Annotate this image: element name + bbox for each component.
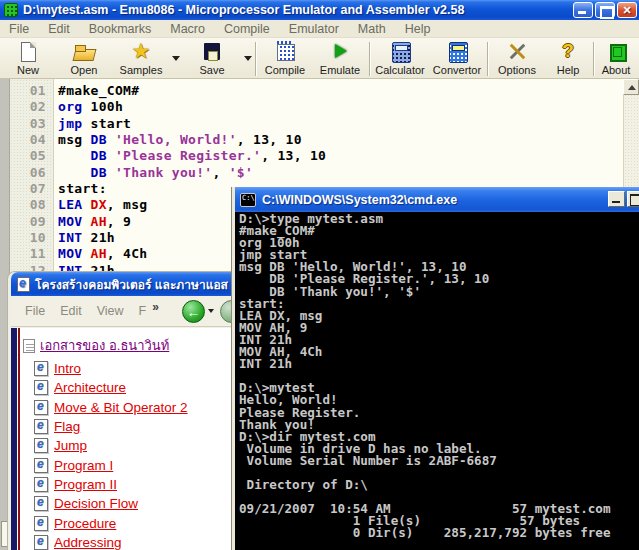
emu-menu-help[interactable]: Help <box>405 22 431 36</box>
emu-menu-emulator[interactable]: Emulator <box>289 22 339 36</box>
chip-icon <box>604 40 628 63</box>
question-icon <box>556 40 580 63</box>
ie-page-icon <box>34 419 48 434</box>
editor-line: 01#make_COM# <box>0 83 600 99</box>
open-folder-icon <box>72 40 96 63</box>
emu-menu-compile[interactable]: Compile <box>224 22 270 36</box>
ie-menu-edit[interactable]: Edit <box>60 304 82 318</box>
line-code: org 100h <box>58 99 123 115</box>
minimize-button[interactable] <box>573 2 593 18</box>
toolbar-emulate-button[interactable]: Emulate <box>312 39 368 78</box>
line-code: DB 'Thank you!', '$' <box>58 165 253 181</box>
line-code: start: <box>58 181 107 197</box>
doc-link-architecture[interactable]: Architecture <box>54 380 126 395</box>
doc-link-jump[interactable]: Jump <box>54 438 87 453</box>
toolbar-save-button[interactable]: Save <box>182 39 242 78</box>
ie-menu-items: FileEditViewF <box>25 304 146 318</box>
toolbar-open-button[interactable]: Open <box>56 39 112 78</box>
scroll-up-arrow-icon[interactable] <box>623 79 639 95</box>
play-icon <box>328 40 352 63</box>
link-item: Decision Flow <box>34 494 240 513</box>
line-code: LEA DX, msg <box>58 197 147 213</box>
floppy-icon <box>200 40 224 63</box>
doc-link-addressing[interactable]: Addressing <box>54 535 122 550</box>
maximize-button[interactable] <box>595 2 615 18</box>
doc-link-flag[interactable]: Flag <box>54 419 80 434</box>
link-list: IntroArchitectureMove & Bit Operator 2Fl… <box>34 359 240 550</box>
doc-link-program-ii[interactable]: Program II <box>54 477 117 492</box>
doc-link-decision-flow[interactable]: Decision Flow <box>54 496 138 511</box>
doc-link-intro[interactable]: Intro <box>54 361 81 376</box>
ie-menu-f[interactable]: F <box>139 304 147 318</box>
ie-menu-view[interactable]: View <box>97 304 124 318</box>
toolbar-compile-button[interactable]: Compile <box>258 39 312 78</box>
ie-menu-file[interactable]: File <box>25 304 45 318</box>
header-link[interactable]: เอกสารของ อ.ธนาวินท์ <box>40 335 169 356</box>
line-code: jmp start <box>58 116 131 132</box>
compile-icon <box>273 40 297 63</box>
toolbar-label: New <box>0 64 56 76</box>
emu8086-app-icon <box>4 3 18 17</box>
link-item: Intro <box>34 359 240 378</box>
emu-menu-bookmarks[interactable]: Bookmarks <box>89 22 152 36</box>
ie-titlebar[interactable]: โครงสร้างคอมพิวเตอร์ และภาษาแอส <box>11 272 240 296</box>
link-item: Procedure <box>34 513 240 532</box>
emu-menu-edit[interactable]: Edit <box>48 22 70 36</box>
cmd-console-area[interactable]: D:\>type mytest.asm #make_COM# org 100h … <box>235 212 639 550</box>
line-number: 05 <box>12 148 46 164</box>
close-button[interactable] <box>617 2 637 18</box>
cmd-minimize-button[interactable] <box>608 191 625 207</box>
link-item: Program I <box>34 455 240 474</box>
cmd-output: D:\>type mytest.asm #make_COM# org 100h … <box>239 213 639 540</box>
emu-menu-macro[interactable]: Macro <box>170 22 205 36</box>
back-button[interactable] <box>182 300 205 323</box>
editor-line: 04msg DB 'Hello, World!', 13, 10 <box>0 132 600 148</box>
emu-menu-math[interactable]: Math <box>358 22 386 36</box>
chevron-more-icon[interactable]: » <box>152 300 159 314</box>
ie-page-icon <box>34 361 48 376</box>
link-item: Move & Bit Operator 2 <box>34 398 240 417</box>
line-number: 06 <box>12 165 46 181</box>
line-number: 07 <box>12 181 46 197</box>
calculator-icon <box>388 40 412 63</box>
ie-menubar: FileEditViewF » <box>11 296 240 327</box>
cmd-titlebar[interactable]: C:\WINDOWS\System32\cmd.exe <box>235 187 639 212</box>
toolbar-label: About <box>596 64 636 76</box>
dropdown-arrow-icon[interactable] <box>170 39 182 78</box>
toolbar-label: Emulate <box>312 64 368 76</box>
toolbar-convertor-button[interactable]: Convertor <box>428 39 486 78</box>
line-number: 02 <box>12 99 46 115</box>
toolbar-calculator-button[interactable]: Calculator <box>372 39 428 78</box>
ie-window: โครงสร้างคอมพิวเตอร์ และภาษาแอส FileEdit… <box>8 272 243 550</box>
editor-line: 03jmp start <box>0 116 600 132</box>
line-number: 11 <box>12 246 46 262</box>
convertor-icon <box>445 40 469 63</box>
ie-window-title: โครงสร้างคอมพิวเตอร์ และภาษาแอส <box>35 275 228 294</box>
doc-link-procedure[interactable]: Procedure <box>54 516 116 531</box>
toolbar-label: Open <box>56 64 112 76</box>
back-dropdown-arrow-icon[interactable] <box>208 309 214 313</box>
toolbar-help-button[interactable]: Help <box>544 39 592 78</box>
link-item: Jump <box>34 436 240 455</box>
emu-menu-file[interactable]: File <box>9 22 29 36</box>
cmd-maximize-button[interactable] <box>627 191 639 207</box>
line-number: 09 <box>12 214 46 230</box>
line-number: 01 <box>12 83 46 99</box>
doc-link-program-i[interactable]: Program I <box>54 458 113 473</box>
toolbar-options-button[interactable]: Options <box>490 39 544 78</box>
cmd-window: C:\WINDOWS\System32\cmd.exe D:\>type myt… <box>232 187 639 550</box>
toolbar-new-button[interactable]: New <box>0 39 56 78</box>
line-number: 10 <box>12 230 46 246</box>
emu-titlebar[interactable]: D:\mytest.asm - Emu8086 - Microprocessor… <box>0 0 639 20</box>
page-decoration-maroon-line <box>18 328 20 550</box>
toolbar-about-button[interactable]: About <box>596 39 636 78</box>
toolbar-label: Calculator <box>372 64 428 76</box>
toolbar-samples-button[interactable]: Samples <box>112 39 170 78</box>
ie-page-icon <box>34 438 48 453</box>
toolbar-label: Save <box>182 64 242 76</box>
doc-link-move-bit-operator-2[interactable]: Move & Bit Operator 2 <box>54 400 188 415</box>
dropdown-arrow-icon[interactable] <box>242 39 254 78</box>
emu-toolbar: NewOpenSamplesSaveCompileEmulateCalculat… <box>0 38 639 79</box>
star-icon <box>129 40 153 63</box>
internet-explorer-icon <box>17 277 30 292</box>
